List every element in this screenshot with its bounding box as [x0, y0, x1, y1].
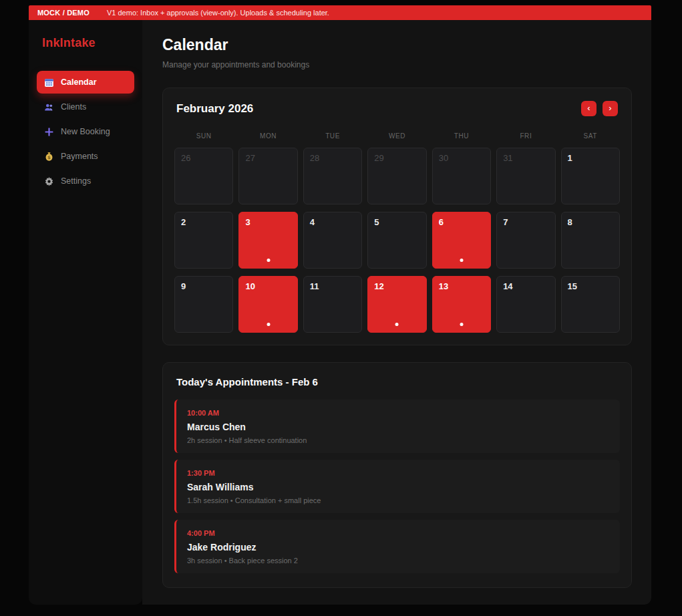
- appointment-details: 1.5h session • Consultation + small piec…: [187, 496, 609, 504]
- day-number: 5: [374, 217, 379, 227]
- calendar-day-cell[interactable]: 2: [174, 212, 233, 269]
- day-number: 2: [181, 217, 186, 227]
- calendar-day-cell[interactable]: 10: [238, 276, 297, 333]
- calendar-day-cell[interactable]: 29: [367, 148, 426, 204]
- day-number: 31: [503, 153, 512, 163]
- weekday-label: WED: [367, 132, 426, 140]
- calendar-day-cell[interactable]: 26: [174, 148, 233, 204]
- weekday-label: SAT: [561, 132, 620, 140]
- day-number: 8: [568, 217, 572, 227]
- day-number: 3: [245, 217, 250, 227]
- booking-dot: [267, 259, 270, 262]
- app-window: MOCK / DEMO V1 demo: Inbox + approvals (…: [29, 5, 651, 605]
- appointments-card: Today's Appointments - Feb 6 10:00 AMMar…: [162, 362, 632, 588]
- money-icon: $: [44, 152, 54, 162]
- appointment-time: 4:00 PM: [187, 529, 609, 537]
- weekday-label: TUE: [303, 132, 362, 140]
- appointment-client-name: Sarah Williams: [187, 482, 609, 492]
- day-number: 7: [503, 217, 508, 227]
- sidebar: InkIntake CalendarClientsNew Booking$Pay…: [29, 20, 142, 605]
- page-title: Calendar: [162, 36, 632, 54]
- demo-badge: MOCK / DEMO: [37, 9, 90, 17]
- day-number: 26: [181, 153, 190, 163]
- booking-dot: [267, 323, 270, 326]
- sidebar-item-label: Payments: [61, 152, 98, 161]
- page-subtitle: Manage your appointments and bookings: [162, 60, 632, 69]
- prev-month-button[interactable]: ‹: [581, 101, 596, 116]
- calendar-day-cell[interactable]: 15: [561, 276, 620, 333]
- calendar-day-cell[interactable]: 27: [238, 148, 297, 204]
- main-content: Calendar Manage your appointments and bo…: [142, 20, 651, 605]
- sidebar-nav: CalendarClientsNew Booking$PaymentsSetti…: [37, 71, 134, 192]
- appointment-time: 10:00 AM: [187, 409, 609, 417]
- gear-icon: [44, 176, 54, 186]
- sidebar-item-label: New Booking: [61, 127, 110, 136]
- calendar-day-cell[interactable]: 31: [496, 148, 555, 204]
- appointment-client-name: Marcus Chen: [187, 422, 609, 432]
- weekday-header-row: SUNMONTUEWEDTHUFRISAT: [174, 132, 620, 140]
- day-number: 1: [568, 153, 572, 163]
- calendar-card: February 2026 ‹ › SUNMONTUEWEDTHUFRISAT …: [162, 88, 632, 345]
- sidebar-item-label: Clients: [61, 102, 86, 112]
- sidebar-item-label: Settings: [61, 176, 91, 186]
- calendar-day-cell[interactable]: 28: [303, 148, 362, 204]
- calendar-grid: 262728293031123456789101112131415: [174, 148, 620, 333]
- day-number: 28: [310, 153, 319, 163]
- day-number: 14: [503, 281, 512, 291]
- calendar-day-cell[interactable]: 30: [432, 148, 491, 204]
- appointment-item[interactable]: 1:30 PMSarah Williams1.5h session • Cons…: [174, 460, 620, 513]
- calendar-day-cell[interactable]: 11: [303, 276, 362, 333]
- appointment-details: 3h session • Back piece session 2: [187, 557, 609, 565]
- weekday-label: SUN: [174, 132, 233, 140]
- calendar-day-cell[interactable]: 12: [367, 276, 426, 333]
- day-number: 13: [439, 281, 448, 291]
- app-logo: InkIntake: [37, 36, 134, 50]
- calendar-day-cell[interactable]: 14: [496, 276, 555, 333]
- demo-message: V1 demo: Inbox + approvals (view-only). …: [107, 9, 329, 17]
- appointments-list: 10:00 AMMarcus Chen2h session • Half sle…: [174, 400, 620, 573]
- calendar-icon: [44, 78, 54, 88]
- appointment-details: 2h session • Half sleeve continuation: [187, 436, 609, 444]
- calendar-day-cell[interactable]: 4: [303, 212, 362, 269]
- next-month-button[interactable]: ›: [603, 101, 618, 116]
- sidebar-item-label: Calendar: [61, 78, 97, 87]
- sidebar-item-new-booking[interactable]: New Booking: [37, 120, 134, 143]
- calendar-day-cell[interactable]: 13: [432, 276, 491, 333]
- day-number: 4: [310, 217, 315, 227]
- appointment-item[interactable]: 10:00 AMMarcus Chen2h session • Half sle…: [174, 400, 620, 453]
- calendar-day-cell[interactable]: 3: [238, 212, 297, 269]
- month-label: February 2026: [176, 102, 253, 116]
- calendar-day-cell[interactable]: 1: [561, 148, 620, 204]
- day-number: 30: [439, 153, 448, 163]
- calendar-day-cell[interactable]: 9: [174, 276, 233, 333]
- booking-dot: [460, 323, 463, 326]
- appointment-time: 1:30 PM: [187, 469, 609, 477]
- sidebar-item-payments[interactable]: $Payments: [37, 145, 134, 168]
- weekday-label: MON: [238, 132, 297, 140]
- day-number: 6: [439, 217, 444, 227]
- day-number: 15: [568, 281, 577, 291]
- appointments-title: Today's Appointments - Feb 6: [174, 376, 620, 388]
- appointment-client-name: Jake Rodriguez: [187, 542, 609, 553]
- calendar-day-cell[interactable]: 6: [432, 212, 491, 269]
- booking-dot: [460, 259, 463, 262]
- day-number: 12: [374, 281, 383, 291]
- plus-icon: [44, 127, 54, 137]
- svg-text:$: $: [47, 155, 51, 160]
- sidebar-item-settings[interactable]: Settings: [37, 170, 134, 192]
- day-number: 27: [245, 153, 254, 163]
- day-number: 9: [181, 281, 186, 291]
- calendar-day-cell[interactable]: 7: [496, 212, 555, 269]
- weekday-label: THU: [432, 132, 491, 140]
- booking-dot: [395, 323, 399, 326]
- calendar-day-cell[interactable]: 5: [367, 212, 426, 269]
- day-number: 11: [310, 281, 319, 291]
- calendar-day-cell[interactable]: 8: [561, 212, 620, 269]
- weekday-label: FRI: [496, 132, 555, 140]
- sidebar-item-clients[interactable]: Clients: [37, 96, 134, 118]
- users-icon: [44, 102, 54, 112]
- day-number: 29: [374, 153, 383, 163]
- day-number: 10: [245, 281, 254, 291]
- sidebar-item-calendar[interactable]: Calendar: [37, 71, 134, 94]
- appointment-item[interactable]: 4:00 PMJake Rodriguez3h session • Back p…: [174, 520, 620, 573]
